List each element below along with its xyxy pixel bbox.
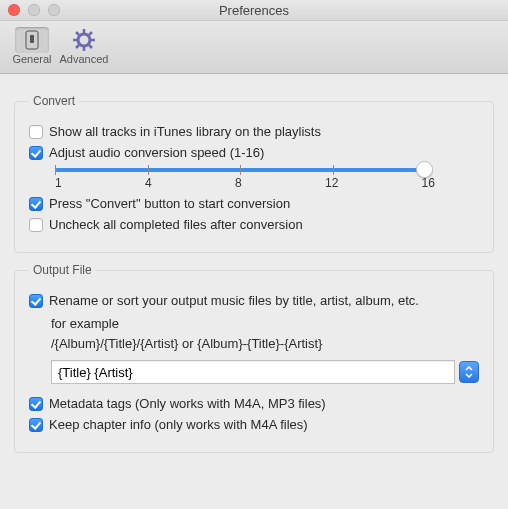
minimize-icon (28, 4, 40, 16)
checkbox-uncheck-all[interactable] (29, 218, 43, 232)
svg-line-8 (89, 45, 92, 48)
slider-icon (22, 30, 42, 50)
section-label: Convert (29, 94, 79, 108)
tick-label: 1 (55, 176, 62, 190)
checkbox-show-all[interactable] (29, 125, 43, 139)
close-icon[interactable] (8, 4, 20, 16)
tick-label: 12 (325, 176, 338, 190)
tick-label: 4 (145, 176, 152, 190)
checkbox-metadata[interactable] (29, 397, 43, 411)
checkbox-rename[interactable] (29, 294, 43, 308)
speed-slider[interactable]: 1 4 8 12 16 (55, 168, 479, 190)
slider-labels: 1 4 8 12 16 (55, 176, 435, 190)
toolbar: General Advanced (0, 21, 508, 74)
label-chapter: Keep chapter info (only works with M4A f… (49, 417, 308, 432)
tab-advanced[interactable]: Advanced (58, 23, 110, 73)
tab-label: Advanced (60, 53, 109, 65)
example-text: for example /{Album}/{Title}/{Artist} or… (51, 314, 479, 354)
label-uncheck-all: Uncheck all completed files after conver… (49, 217, 303, 232)
pattern-dropdown-button[interactable] (459, 361, 479, 383)
label-show-all: Show all tracks in iTunes library on the… (49, 124, 321, 139)
slider-thumb[interactable] (416, 161, 433, 178)
svg-line-9 (76, 45, 79, 48)
for-example-label: for example (51, 314, 479, 334)
titlebar: Preferences (0, 0, 508, 21)
zoom-icon (48, 4, 60, 16)
label-rename: Rename or sort your output music files b… (49, 293, 419, 308)
window-title: Preferences (219, 3, 289, 18)
tick-label: 8 (235, 176, 242, 190)
svg-line-10 (89, 32, 92, 35)
tab-general[interactable]: General (6, 23, 58, 73)
traffic-lights (8, 4, 60, 16)
example-pattern: /{Album}/{Title}/{Artist} or {Album}-{Ti… (51, 334, 479, 354)
tick-label: 16 (422, 176, 435, 190)
label-adjust-speed: Adjust audio conversion speed (1-16) (49, 145, 264, 160)
output-group: Output File Rename or sort your output m… (14, 263, 494, 453)
svg-point-2 (78, 34, 90, 46)
checkbox-adjust-speed[interactable] (29, 146, 43, 160)
svg-rect-1 (30, 35, 34, 43)
chevrons-icon (465, 366, 473, 378)
pattern-input[interactable] (51, 360, 455, 384)
convert-group: Convert Show all tracks in iTunes librar… (14, 94, 494, 253)
section-label: Output File (29, 263, 96, 277)
label-metadata: Metadata tags (Only works with M4A, MP3 … (49, 396, 326, 411)
svg-line-7 (76, 32, 79, 35)
gear-icon (72, 28, 96, 52)
label-press-convert: Press "Convert" button to start conversi… (49, 196, 290, 211)
checkbox-chapter[interactable] (29, 418, 43, 432)
tab-label: General (12, 53, 51, 65)
checkbox-press-convert[interactable] (29, 197, 43, 211)
